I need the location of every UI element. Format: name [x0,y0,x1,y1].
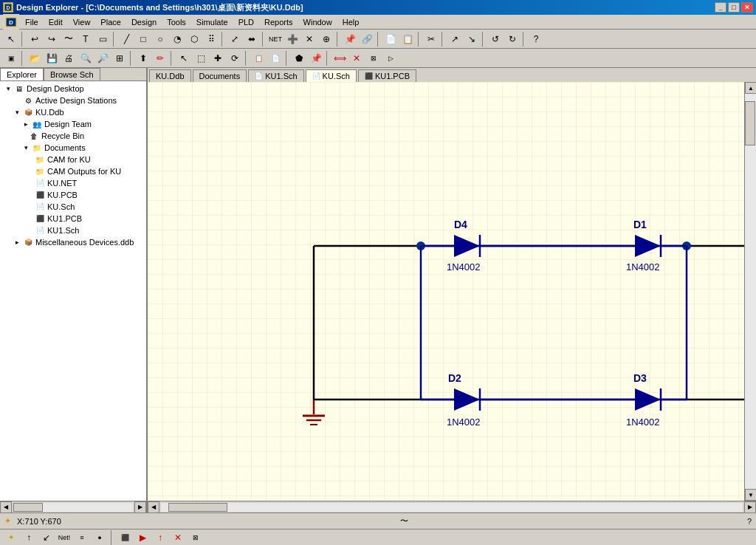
t2-rotate[interactable]: ⟳ [227,50,243,66]
t2-scissors[interactable]: ⬟ [291,50,307,66]
zoom-in[interactable]: ↗ [447,31,463,47]
hscroll-right[interactable]: ▶ [744,501,756,513]
expand-ku-ddb[interactable]: ▾ [13,109,21,116]
t2-flip[interactable]: ⟺ [331,50,348,66]
tree-ku1-pcb[interactable]: ⬛ KU1.PCB [1,213,145,224]
draw-poly[interactable]: ⬡ [186,31,202,47]
conn-btn[interactable]: ⊕ [318,31,334,47]
left-scroll-thumb[interactable] [13,503,43,512]
tree-recycle-bin[interactable]: 🗑 Recycle Bin [1,130,145,142]
place-comp[interactable]: ➕ [284,31,300,47]
bt-arrow-down[interactable]: ↙ [38,529,55,546]
bt-box[interactable]: ⬛ [117,529,133,546]
tree-cam-ku[interactable]: 📁 CAM for KU [1,154,145,165]
tree-ku-sch[interactable]: 📄 KU.Sch [1,201,145,213]
left-scroll-left[interactable]: ◀ [0,501,12,513]
vscroll-track[interactable] [745,94,756,489]
t2-cross[interactable]: ✚ [210,50,226,66]
menu-edit[interactable]: Edit [44,17,67,27]
redo-btn[interactable]: ↪ [44,31,60,47]
vscroll-down[interactable]: ▼ [745,489,756,501]
scissor-btn[interactable]: ✂ [423,31,439,47]
tree-ku-pcb[interactable]: ⬛ KU.PCB [1,189,145,201]
expand-documents[interactable]: ▾ [22,144,30,151]
tab-explorer[interactable]: Explorer [0,68,44,80]
bt-arr2[interactable]: ▶ [134,529,151,546]
minimize-button[interactable]: _ [715,2,726,13]
tree-documents[interactable]: ▾ 📁 Documents [1,142,145,154]
menu-window[interactable]: Window [299,17,337,27]
schematic-canvas[interactable]: D4 1N4002 D1 1N4002 [148,82,744,501]
hscroll-left[interactable]: ◀ [148,501,159,513]
draw-ellipse[interactable]: ○ [152,31,168,47]
bt-up2[interactable]: ↑ [152,529,168,546]
vscroll-thumb[interactable] [745,101,755,145]
tab-ku-ddb[interactable]: KU.Ddb [149,69,191,82]
t2-up[interactable]: ⬆ [135,50,151,66]
draw-line[interactable]: ╱ [118,31,134,47]
hscroll-thumb[interactable] [168,503,227,512]
tree-ku1-sch[interactable]: 📄 KU1.Sch [1,224,145,236]
menu-file[interactable]: File [21,17,43,27]
t2-fit[interactable]: ⊞ [111,50,128,66]
place-net[interactable]: NET [267,31,284,47]
t2-x[interactable]: ✕ [348,50,365,66]
expand-design-team[interactable]: ▸ [22,120,30,128]
cursor-tool[interactable]: ↖ [3,31,19,47]
draw-dots[interactable]: ⠿ [203,31,219,47]
redo2[interactable]: ↻ [504,31,520,47]
vscroll-up[interactable]: ▲ [745,82,756,94]
t2-zoomin[interactable]: 🔍 [78,50,94,66]
draw-rect2[interactable]: □ [135,31,151,47]
tab-ku1-sch[interactable]: 📄 KU1.Sch [248,69,303,82]
tab-ku1-pcb[interactable]: ⬛ KU1.PCB [358,69,416,82]
t2-paste[interactable]: 📌 [308,50,324,66]
t2-print[interactable]: 🖨 [61,50,77,66]
draw-arc[interactable]: ◔ [169,31,185,47]
tree-active-stations[interactable]: ▸ ⚙ Active Design Stations [1,95,145,106]
expand-desktop[interactable]: ▾ [4,85,12,92]
undo-btn[interactable]: ↩ [27,31,43,47]
left-panel-hscroll[interactable]: ◀ ▶ [0,501,146,513]
bt-net-label[interactable]: Net! [56,529,72,546]
tree-ku-ddb[interactable]: ▾ 📦 KU.Ddb [1,106,145,118]
t2-pen[interactable]: ✏ [152,50,168,66]
menu-tools[interactable]: Tools [162,17,190,27]
menu-design[interactable]: Design [127,17,161,27]
tree-design-team[interactable]: ▸ 👥 Design Team [1,118,145,130]
tree-misc-devices[interactable]: ▸ 📦 Miscellaneous Devices.ddb [1,236,145,248]
menu-reports[interactable]: Reports [260,17,298,27]
menu-simulate[interactable]: Simulate [192,17,233,27]
help-btn[interactable]: ? [528,31,544,47]
bt-arrow-up[interactable]: ↑ [21,529,37,546]
bt-cross[interactable]: ✕ [170,529,186,546]
t2-d[interactable]: ▷ [382,50,399,66]
bt-net3[interactable]: ⊠ [188,529,204,546]
tab-browse-sch[interactable]: Browse Sch [44,68,100,80]
t2-arrow[interactable]: ↖ [176,50,192,66]
t2-c2[interactable]: 📄 [267,50,284,66]
close-button[interactable]: ✕ [741,2,753,13]
menu-place[interactable]: Place [96,17,126,27]
menu-help[interactable]: Help [338,17,364,27]
zoom-in2[interactable]: ↘ [464,31,480,47]
tree-cam-outputs[interactable]: 📁 CAM Outputs for KU [1,165,145,177]
v-scrollbar[interactable]: ▲ ▼ [744,82,756,501]
hscroll-track[interactable] [161,503,743,512]
pin-btn[interactable]: 📌 [342,31,358,47]
bt-equal[interactable]: ≡ [74,529,90,546]
sheet-btn[interactable]: 📄 [382,31,399,47]
text-btn[interactable]: T [78,31,94,47]
expand-misc[interactable]: ▸ [13,239,21,246]
cross-btn[interactable]: ✕ [301,31,317,47]
t2-zoomout[interactable]: 🔎 [94,50,111,66]
restore-button[interactable]: □ [728,2,740,13]
bt-dot[interactable]: ● [92,529,108,546]
menu-view[interactable]: View [69,17,95,27]
menu-pld[interactable]: PLD [234,17,258,27]
rect-btn[interactable]: ▭ [94,31,111,47]
tree-ku-net[interactable]: 📄 KU.NET [1,177,145,189]
left-scroll-right[interactable]: ▶ [134,501,146,513]
left-scroll-track[interactable] [13,503,133,512]
wire-btn[interactable]: 〜 [61,31,77,47]
